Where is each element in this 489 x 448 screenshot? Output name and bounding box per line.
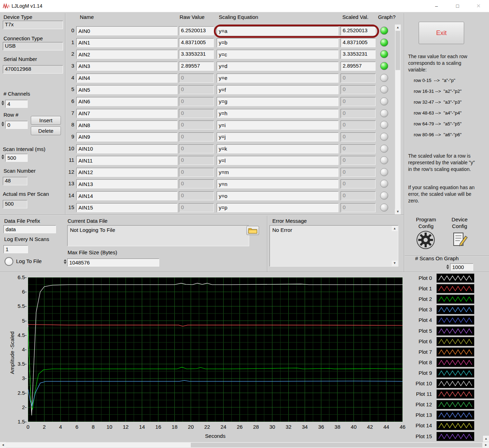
scaling-equation-input[interactable] bbox=[217, 120, 338, 130]
raw-value: 0 bbox=[179, 85, 214, 94]
legend-plot-thumbnail[interactable] bbox=[436, 432, 474, 441]
x-tick-label: 12 bbox=[120, 424, 131, 430]
scaled-value: 0 bbox=[341, 156, 376, 165]
scaling-equation-input[interactable] bbox=[217, 26, 338, 35]
channel-name-input[interactable] bbox=[76, 109, 177, 118]
legend-plot-thumbnail[interactable] bbox=[436, 316, 474, 325]
legend-plot-thumbnail[interactable] bbox=[436, 390, 474, 399]
scaling-equation-input[interactable] bbox=[217, 62, 338, 71]
scaling-equation-input[interactable] bbox=[217, 168, 338, 177]
channel-name-input[interactable] bbox=[76, 120, 177, 130]
channel-name-input[interactable] bbox=[76, 203, 177, 212]
scaling-equation-input[interactable] bbox=[217, 191, 338, 200]
legend-plot-thumbnail[interactable] bbox=[436, 400, 474, 409]
graph-led[interactable] bbox=[380, 97, 388, 105]
legend-plot-thumbnail[interactable] bbox=[436, 411, 474, 420]
graph-led[interactable] bbox=[380, 109, 388, 117]
legend-plot-thumbnail[interactable] bbox=[436, 274, 474, 283]
scroll-left-icon[interactable]: ◄ bbox=[0, 442, 6, 448]
legend-plot-thumbnail[interactable] bbox=[436, 347, 474, 357]
graph-led[interactable] bbox=[380, 204, 388, 212]
graph-led[interactable] bbox=[380, 133, 388, 141]
log-every-n-input[interactable] bbox=[4, 245, 28, 253]
legend-plot-thumbnail[interactable] bbox=[436, 326, 474, 336]
graph-led[interactable] bbox=[380, 50, 388, 58]
horizontal-scrollbar-thumb[interactable] bbox=[191, 443, 482, 447]
scroll-down-icon[interactable]: ▼ bbox=[395, 209, 401, 214]
x-tick-label: 42 bbox=[365, 424, 375, 430]
graph-led[interactable] bbox=[380, 74, 388, 82]
scaling-equation-input[interactable] bbox=[217, 74, 338, 83]
scaling-equation-input[interactable] bbox=[217, 203, 338, 212]
scroll-down-icon[interactable]: ▼ bbox=[392, 261, 398, 266]
channel-name-input[interactable] bbox=[76, 132, 177, 142]
scaling-equation-input[interactable] bbox=[217, 132, 338, 142]
channel-name-input[interactable] bbox=[76, 156, 177, 165]
graph-led[interactable] bbox=[380, 156, 388, 164]
minimize-button[interactable]: – bbox=[428, 0, 445, 12]
scaling-equation-input[interactable] bbox=[217, 179, 338, 188]
scroll-right-icon[interactable]: ► bbox=[483, 442, 489, 448]
close-button[interactable]: ✕ bbox=[470, 0, 487, 12]
scaling-equation-input[interactable] bbox=[217, 38, 338, 47]
header-name: Name bbox=[80, 14, 94, 20]
device-config-button[interactable] bbox=[451, 231, 468, 249]
channel-name-input[interactable] bbox=[76, 38, 177, 47]
data-file-prefix-input[interactable] bbox=[4, 225, 56, 233]
graph-led[interactable] bbox=[380, 62, 388, 70]
channel-name-input[interactable] bbox=[76, 50, 177, 59]
channel-name-input[interactable] bbox=[76, 191, 177, 200]
scans-on-graph-stepper[interactable] bbox=[445, 264, 450, 269]
graph-led[interactable] bbox=[380, 121, 388, 129]
scroll-up-icon[interactable]: ▲ bbox=[395, 25, 401, 30]
max-file-size-stepper[interactable] bbox=[63, 259, 67, 264]
exit-button[interactable]: Exit bbox=[419, 22, 464, 44]
graph-led[interactable] bbox=[380, 145, 388, 153]
graph-led[interactable] bbox=[380, 85, 388, 94]
legend-plot-thumbnail[interactable] bbox=[436, 379, 474, 388]
scaling-equation-input[interactable] bbox=[217, 156, 338, 165]
graph-led[interactable] bbox=[380, 168, 388, 176]
scaling-equation-input[interactable] bbox=[217, 97, 338, 106]
max-file-size-input[interactable] bbox=[67, 259, 159, 267]
channel-name-input[interactable] bbox=[76, 144, 177, 153]
scaling-equation-input[interactable] bbox=[217, 50, 338, 59]
legend-plot-thumbnail[interactable] bbox=[436, 421, 474, 430]
program-config-button[interactable] bbox=[416, 230, 435, 251]
channel-name-input[interactable] bbox=[76, 26, 177, 35]
raw-value: 4.8371005 bbox=[179, 38, 214, 47]
scans-on-graph-input[interactable] bbox=[450, 263, 473, 271]
graph-led[interactable] bbox=[380, 192, 388, 200]
legend-plot-thumbnail[interactable] bbox=[436, 337, 474, 346]
y-tick-label: 6.5- bbox=[11, 274, 27, 280]
maximize-button[interactable]: □ bbox=[449, 0, 466, 12]
legend-plot-thumbnail[interactable] bbox=[436, 368, 474, 378]
graph-led[interactable] bbox=[380, 27, 388, 35]
table-row: 14.83710054.8371005 bbox=[0, 38, 489, 48]
graph-led[interactable] bbox=[380, 180, 388, 188]
row-index: 5 bbox=[67, 86, 74, 92]
channel-name-input[interactable] bbox=[76, 62, 177, 71]
scroll-up-icon[interactable]: ▲ bbox=[483, 436, 489, 442]
legend-plot-label: Plot 2 bbox=[406, 295, 432, 304]
legend-plot-thumbnail[interactable] bbox=[436, 358, 474, 367]
channel-name-input[interactable] bbox=[76, 85, 177, 94]
channel-name-input[interactable] bbox=[76, 97, 177, 106]
graph-led[interactable] bbox=[380, 39, 388, 47]
scaling-equation-input[interactable] bbox=[217, 144, 338, 153]
raw-value: 6.2520013 bbox=[179, 26, 214, 35]
scaled-value: 0 bbox=[341, 168, 376, 177]
scaling-equation-input[interactable] bbox=[217, 109, 338, 118]
table-scrollbar-thumb[interactable] bbox=[396, 31, 400, 70]
scaling-equation-input[interactable] bbox=[217, 85, 338, 94]
channel-name-input[interactable] bbox=[76, 179, 177, 188]
legend-plot-thumbnail[interactable] bbox=[436, 305, 474, 314]
log-to-file-radio[interactable] bbox=[5, 257, 13, 266]
legend-plot-thumbnail[interactable] bbox=[436, 295, 474, 304]
channel-name-input[interactable] bbox=[76, 74, 177, 83]
browse-folder-button[interactable] bbox=[246, 226, 259, 235]
channel-name-input[interactable] bbox=[76, 168, 177, 177]
scroll-up-icon[interactable]: ▲ bbox=[392, 226, 398, 231]
row-index: 12 bbox=[67, 169, 74, 175]
legend-plot-thumbnail[interactable] bbox=[436, 284, 474, 293]
